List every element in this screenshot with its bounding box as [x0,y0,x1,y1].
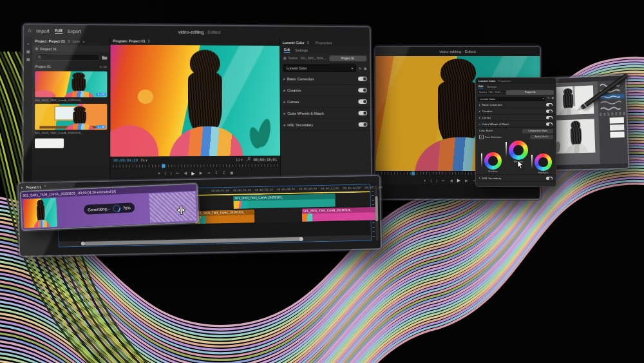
section-toggle[interactable] [358,88,367,92]
apply-match-button[interactable]: Apply Match [530,135,553,139]
bin-item-clip[interactable]: 4;29 S01_Sh01_Tk04_CamA_20250103_ [35,71,107,103]
section-toggle[interactable] [546,103,553,106]
timeline-clip-teal[interactable]: S01_Sh03_Tk02_CamA_20250103_ [233,194,335,209]
settings-wrench-icon[interactable] [246,157,251,162]
playback-resolution-dropdown[interactable]: 1/2 ▾ [236,157,243,161]
tab-project[interactable]: Project: Project 01 [35,39,65,43]
brush-preset[interactable] [600,105,625,111]
section-creative[interactable]: ▸ Creative [280,84,370,96]
fx-badge-icon[interactable]: fx [547,97,549,100]
section-basic-correction[interactable]: ▸ Basic Correction [476,102,556,108]
section-toggle[interactable] [546,110,553,113]
program-scrubber[interactable] [110,162,280,168]
step-forward-icon[interactable]: ▶ [465,179,468,182]
target-sequence-button[interactable]: Project 01 [329,55,367,61]
section-toggle[interactable] [546,177,553,180]
lumetri-preset-dropdown[interactable]: Lumetri Color ▾ [283,64,356,72]
zoom-level-dropdown[interactable]: Fit ▾ [141,158,147,162]
marker-icon[interactable]: ♦ [158,172,160,175]
tools-column: + ▦ ▦ [23,37,32,190]
marker-icon[interactable]: ♦ [424,179,426,182]
mark-in-icon[interactable]: { [165,171,166,175]
section-color-wheels[interactable]: ▸ Color Wheels & Match [281,108,370,119]
new-item-thumbnail[interactable] [35,139,64,148]
timeline-vscrollbar[interactable] [375,185,379,240]
section-creative[interactable]: ▸ Creative [476,108,556,115]
brush-preset[interactable] [600,99,625,105]
section-toggle[interactable] [359,123,368,127]
step-back-icon[interactable]: ◀ [450,179,453,182]
go-to-in-icon[interactable]: ⇤ [176,171,180,175]
layer-thumbnail[interactable] [610,117,624,124]
export-frame-icon[interactable]: ▣ [230,171,234,175]
close-icon[interactable]: ✕ [44,185,46,188]
search-input[interactable] [35,54,100,61]
program-video[interactable] [110,44,280,156]
section-curves[interactable]: ▸ Curves [280,96,370,108]
tab-lumetri-truncated[interactable]: Lum [73,39,80,43]
bin-item-sequence[interactable]: Project 01 0:00 [35,63,107,70]
tab-lumetri-color[interactable]: Lumetri Color [478,79,495,83]
source-clip-label: Source · S01_Sh01_... [478,90,505,94]
timeline-clip-orange[interactable]: S01_Sh02_Tk01_CamC_20250103_ [195,210,254,224]
section-hsl-secondary[interactable]: ▸ HSL Secondary [281,119,370,131]
go-to-in-icon[interactable]: ⇤ [442,179,445,182]
tab-program[interactable]: Program: Project 01 [113,39,145,43]
snap-icon[interactable]: ▸ [21,185,23,189]
play-icon[interactable]: ▶ [457,178,460,182]
color-wheels-content: Color Match Comparison View Apply Match … [476,128,556,174]
generating-clip[interactable]: S01_Sh01_Tk04_CamA_20250103_-00;00;04;29… [21,184,198,230]
subtab-settings[interactable]: Settings [487,85,497,88]
mark-out-icon[interactable]: } [171,171,172,175]
lift-icon[interactable]: ↥ [214,171,218,175]
new-bin-folder-icon[interactable] [102,55,107,59]
layer-thumbnail[interactable] [610,124,624,131]
bin-tool-icon[interactable]: ▦ [26,50,30,54]
section-toggle[interactable] [546,116,553,119]
layer-thumbnail[interactable] [610,132,624,138]
import-tool-icon[interactable]: + [27,42,30,46]
section-curves[interactable]: ▸ Curves [476,115,556,121]
panel-menu-icon[interactable]: ≡ [148,39,151,43]
timeline-clip-pink[interactable]: S01_Sh01_Tk04_CamB_20250103_ [302,207,378,221]
section-color-wheels[interactable]: ▸ Color Wheels & Match [476,121,556,128]
playhead[interactable] [162,164,165,168]
comparison-view-button[interactable]: Comparison View [522,129,553,133]
extract-icon[interactable]: ↧ [222,171,225,175]
section-basic-correction[interactable]: ▸ Basic Correction [280,73,370,84]
tab-lumetri-color[interactable]: Lumetri Color [283,41,305,44]
section-toggle[interactable] [358,77,367,81]
subtab-edit[interactable]: Edit [478,84,483,88]
tab-properties[interactable]: Properties [316,41,332,44]
section-toggle[interactable] [358,99,367,104]
midtones-wheel[interactable]: Midtones [509,141,528,160]
target-sequence-button[interactable]: Project 01 [506,90,554,95]
highlights-wheel[interactable]: Highlights [535,153,552,171]
timeline-tab[interactable]: Project 01 [26,185,41,190]
face-detection-checkbox[interactable]: ✓ Face Detection [479,135,502,139]
generated-extension-region [149,191,196,222]
step-forward-icon[interactable]: ▶ [200,171,203,175]
mark-in-icon[interactable]: { [430,179,431,182]
play-icon[interactable]: ▶ [191,171,194,175]
compare-view-icon[interactable]: ▣ [364,67,367,70]
bin-item-clip[interactable]: 2;18 S01_Sh03_Tk02_CamA_20250103_ [35,104,107,135]
subtab-settings[interactable]: Settings [295,48,308,52]
compare-view-icon[interactable]: ▣ [551,97,554,100]
fx-badge-icon[interactable]: fx [359,67,361,70]
panel-menu-icon[interactable]: ≡ [68,39,70,43]
go-to-out-icon[interactable]: ⇥ [207,171,210,175]
mark-out-icon[interactable]: } [436,179,437,182]
more-tabs-icon[interactable]: » [82,39,84,43]
playhead[interactable] [412,172,415,175]
shadows-wheel[interactable]: Shadows [484,152,502,170]
section-hsl-secondary[interactable]: ▸ HSL Secondary [476,174,556,182]
section-toggle[interactable] [546,123,553,126]
lumetri-preset-dropdown[interactable]: Lumetri Color ▾ [478,97,545,101]
film-tool-icon[interactable]: ▦ [26,57,30,61]
step-back-icon[interactable]: ◀ [184,171,187,175]
project-name-row[interactable]: ▦ Project 01 [32,45,109,53]
section-toggle[interactable] [359,111,368,115]
subtab-edit[interactable]: Edit [284,47,290,52]
tab-properties[interactable]: Properties [498,79,511,83]
